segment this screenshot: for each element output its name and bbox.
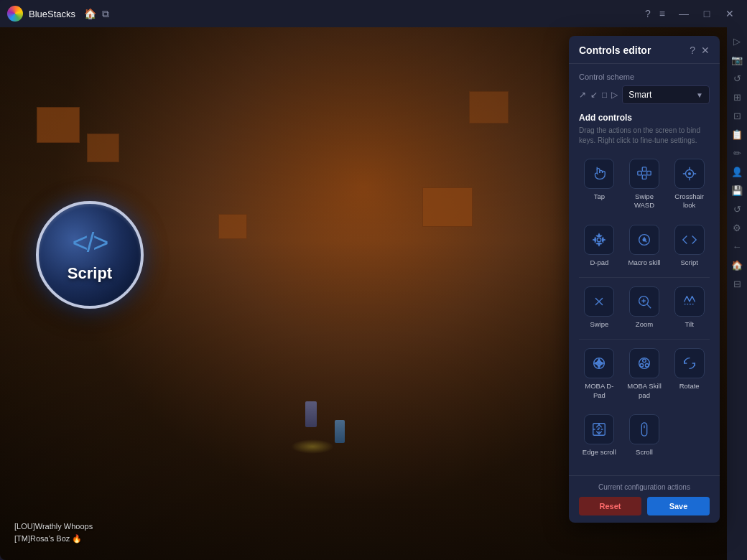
sidebar-icon-apps[interactable]: ⊟ — [729, 276, 745, 291]
reset-button[interactable]: Reset — [579, 497, 641, 515]
script-circle[interactable]: </> Script — [36, 201, 144, 309]
scheme-icon-import[interactable]: ↙ — [590, 90, 598, 100]
panel-help-icon[interactable]: ? — [690, 45, 695, 56]
macro-label: Macro skill — [628, 258, 661, 267]
controls-grid-row3: Swipe Zoom — [579, 282, 710, 333]
sidebar-icon-record[interactable]: ▷ — [729, 33, 745, 49]
script-label: Script — [681, 258, 698, 267]
macro-icon — [629, 225, 659, 255]
zoom-label: Zoom — [636, 320, 653, 329]
svg-point-32 — [640, 364, 644, 368]
sidebar-icon-home[interactable]: 🏠 — [729, 257, 745, 273]
scroll-label: Scroll — [636, 448, 653, 457]
help-icon[interactable]: ? — [645, 8, 651, 19]
home-icon[interactable]: 🏠 — [84, 8, 96, 19]
sidebar-icon-clipboard[interactable]: 📋 — [729, 126, 745, 142]
tap-label: Tap — [594, 192, 605, 201]
scheme-icon-new[interactable]: ↗ — [579, 90, 586, 100]
scheme-value: Smart — [628, 90, 651, 100]
svg-marker-13 — [598, 243, 600, 246]
scheme-select[interactable]: Smart ▼ — [622, 85, 710, 104]
maximize-button[interactable]: □ — [697, 4, 717, 24]
panel-footer: Current configuration actions Reset Save — [569, 475, 720, 523]
control-scheme-label: Control scheme — [579, 73, 710, 81]
svg-marker-14 — [593, 238, 596, 241]
control-scroll[interactable]: Scroll — [624, 410, 665, 461]
sidebar-icon-camera[interactable]: 📷 — [729, 52, 745, 67]
swipe-icon — [584, 286, 614, 317]
layers-icon[interactable]: ⧉ — [102, 8, 109, 20]
panel-title: Controls editor — [579, 45, 651, 56]
grid-divider-1 — [579, 277, 710, 278]
menu-icon[interactable]: ≡ — [659, 8, 665, 19]
sidebar-icon-user[interactable]: 👤 — [729, 164, 745, 179]
crate-5 — [218, 214, 247, 239]
bluestacks-logo — [7, 6, 23, 22]
controls-grid-row2: D-pad Macro skill — [579, 220, 710, 271]
scheme-icon-export[interactable]: □ — [602, 90, 607, 100]
control-edge-scroll[interactable]: Edge scroll — [579, 410, 620, 461]
moba-dpad-label: MOBA D-Pad — [582, 382, 617, 400]
control-moba-dpad[interactable]: 6 MOBA D-Pad — [579, 344, 620, 404]
grid-divider-2 — [579, 339, 710, 340]
controls-grid-row5: Edge scroll Scroll — [579, 410, 710, 461]
control-macro[interactable]: Macro skill — [624, 220, 665, 271]
control-crosshair[interactable]: Crosshair look — [669, 154, 710, 215]
script-popup-label: Script — [68, 264, 112, 283]
svg-rect-2 — [642, 167, 646, 172]
minimize-button[interactable]: — — [674, 4, 694, 24]
sidebar-icon-back[interactable]: ← — [729, 238, 745, 254]
control-dpad[interactable]: D-pad — [579, 220, 620, 271]
control-tilt[interactable]: Tilt — [669, 282, 710, 333]
app-window: BlueStacks 🏠 ⧉ ? ≡ — □ ✕ — [0, 0, 747, 560]
crate-4 — [469, 91, 509, 123]
close-button[interactable]: ✕ — [720, 4, 740, 24]
edge-scroll-label: Edge scroll — [583, 448, 616, 457]
crate-1 — [37, 107, 80, 143]
edge-scroll-icon — [584, 414, 614, 444]
zoom-icon — [629, 286, 659, 317]
save-button[interactable]: Save — [647, 497, 710, 515]
panel-close-icon[interactable]: ✕ — [701, 45, 710, 56]
control-swipe-wasd[interactable]: Swipe WASD — [624, 154, 665, 215]
sidebar-icon-screen[interactable]: ⊡ — [729, 108, 745, 123]
crate-3 — [422, 187, 473, 227]
sidebar-icon-edit[interactable]: ✏ — [729, 145, 745, 161]
floor-glow — [291, 439, 334, 454]
moba-dpad-icon: 6 — [584, 348, 614, 378]
game-chat: [LOU]Wrathly Whoops [TM]Rosa's Boz 🔥 — [14, 521, 93, 546]
dpad-label: D-pad — [590, 258, 608, 267]
scheme-icons: ↗ ↙ □ ▷ — [579, 90, 618, 100]
swipe-wasd-label: Swipe WASD — [627, 192, 662, 210]
tilt-icon — [674, 286, 705, 317]
sidebar-icon-grid[interactable]: ⊞ — [729, 89, 745, 105]
tilt-label: Tilt — [685, 320, 694, 329]
character-2 — [335, 420, 345, 443]
control-rotate[interactable]: Rotate — [669, 344, 710, 404]
sidebar-icon-refresh[interactable]: ↺ — [729, 70, 745, 86]
app-name: BlueStacks — [29, 9, 75, 19]
control-zoom[interactable]: Zoom — [624, 282, 665, 333]
dpad-icon — [584, 225, 614, 255]
script-popup: </> Script — [36, 201, 144, 309]
controls-grid-row1: Tap Swipe WASD — [579, 154, 710, 215]
footer-label: Current configuration actions — [579, 483, 710, 491]
scheme-icon-delete[interactable]: ▷ — [611, 90, 618, 100]
control-swipe[interactable]: Swipe — [579, 282, 620, 333]
moba-skill-icon — [629, 348, 659, 378]
crosshair-label: Crosshair look — [672, 192, 707, 210]
sidebar-icon-rotate[interactable]: ↺ — [729, 201, 745, 217]
script-icon — [674, 225, 705, 255]
sidebar-icon-save[interactable]: 💾 — [729, 182, 745, 198]
sidebar-icon-settings[interactable]: ⚙ — [729, 220, 745, 235]
chat-line-2: [TM]Rosa's Boz 🔥 — [14, 533, 93, 546]
panel-header-icons: ? ✕ — [690, 45, 710, 56]
control-script[interactable]: Script — [669, 220, 710, 271]
control-tap[interactable]: Tap — [579, 154, 620, 215]
right-sidebar: ▷ 📷 ↺ ⊞ ⊡ 📋 ✏ 👤 💾 ↺ ⚙ ← 🏠 ⊟ — [727, 27, 747, 560]
swipe-wasd-icon — [629, 159, 659, 189]
chevron-down-icon: ▼ — [696, 91, 703, 99]
character-1 — [305, 401, 317, 427]
swipe-label: Swipe — [590, 320, 608, 329]
control-moba-skill[interactable]: MOBA Skill pad — [624, 344, 665, 404]
